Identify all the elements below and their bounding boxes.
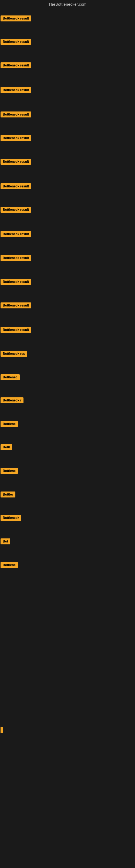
bottleneck-item-11[interactable]: Bottleneck result bbox=[1, 255, 31, 262]
bottleneck-item-5[interactable]: Bottleneck result bbox=[1, 112, 31, 119]
bottleneck-item-7[interactable]: Bottleneck result bbox=[1, 159, 31, 166]
small-indicator bbox=[1, 727, 3, 733]
bottleneck-item-15[interactable]: Bottleneck res bbox=[1, 351, 27, 358]
bottleneck-item-1[interactable]: Bottleneck result bbox=[1, 16, 31, 23]
site-title: TheBottlenecker.com bbox=[0, 0, 135, 8]
bottleneck-item-17[interactable]: Bottleneck r bbox=[1, 397, 24, 404]
bottleneck-item-19[interactable]: Bottl bbox=[1, 444, 12, 452]
bottleneck-badge-6: Bottleneck result bbox=[1, 135, 31, 141]
bottleneck-badge-15: Bottleneck res bbox=[1, 351, 27, 357]
bottleneck-badge-20: Bottlene bbox=[1, 468, 18, 474]
bottleneck-badge-2: Bottleneck result bbox=[1, 39, 31, 45]
bottleneck-badge-10: Bottleneck result bbox=[1, 231, 31, 237]
bottleneck-badge-24: Bottlene bbox=[1, 562, 18, 568]
bottleneck-badge-4: Bottleneck result bbox=[1, 87, 31, 93]
bottleneck-badge-21: Bottler bbox=[1, 492, 15, 497]
bottleneck-badge-11: Bottleneck result bbox=[1, 255, 31, 261]
bottleneck-badge-13: Bottleneck result bbox=[1, 303, 31, 308]
bottleneck-item-2[interactable]: Bottleneck result bbox=[1, 39, 31, 46]
bottleneck-item-9[interactable]: Bottleneck result bbox=[1, 207, 31, 214]
bottleneck-item-20[interactable]: Bottlene bbox=[1, 468, 18, 475]
bottleneck-badge-18: Bottlene bbox=[1, 421, 18, 427]
bottleneck-badge-3: Bottleneck result bbox=[1, 62, 31, 68]
bottleneck-item-16[interactable]: Bottlenec bbox=[1, 374, 20, 381]
bottleneck-item-23[interactable]: Bot bbox=[1, 538, 10, 546]
bottleneck-item-4[interactable]: Bottleneck result bbox=[1, 87, 31, 94]
bottleneck-badge-9: Bottleneck result bbox=[1, 207, 31, 213]
bottleneck-item-18[interactable]: Bottlene bbox=[1, 421, 18, 428]
bottleneck-item-8[interactable]: Bottleneck result bbox=[1, 183, 31, 190]
bottleneck-badge-22: Bottleneck bbox=[1, 515, 21, 521]
bottleneck-badge-8: Bottleneck result bbox=[1, 183, 31, 189]
bottleneck-item-14[interactable]: Bottleneck result bbox=[1, 327, 31, 334]
bottleneck-item-24[interactable]: Bottlene bbox=[1, 562, 18, 569]
bottleneck-badge-19: Bottl bbox=[1, 444, 12, 450]
bottleneck-item-6[interactable]: Bottleneck result bbox=[1, 135, 31, 142]
bottleneck-item-21[interactable]: Bottler bbox=[1, 492, 15, 499]
bottleneck-item-13[interactable]: Bottleneck result bbox=[1, 303, 31, 310]
bottleneck-badge-14: Bottleneck result bbox=[1, 327, 31, 333]
bottleneck-badge-7: Bottleneck result bbox=[1, 159, 31, 165]
bottleneck-badge-12: Bottleneck result bbox=[1, 279, 31, 285]
bottleneck-item-3[interactable]: Bottleneck result bbox=[1, 62, 31, 69]
page-wrapper: TheBottlenecker.com Bottleneck result Bo… bbox=[0, 0, 135, 868]
bottleneck-badge-5: Bottleneck result bbox=[1, 112, 31, 118]
bottleneck-badge-1: Bottleneck result bbox=[1, 16, 31, 22]
bottleneck-item-10[interactable]: Bottleneck result bbox=[1, 231, 31, 238]
bottleneck-item-22[interactable]: Bottleneck bbox=[1, 515, 21, 522]
bottleneck-badge-23: Bot bbox=[1, 538, 10, 545]
bottleneck-badge-16: Bottlenec bbox=[1, 374, 20, 380]
bottleneck-badge-17: Bottleneck r bbox=[1, 397, 24, 403]
bottleneck-item-12[interactable]: Bottleneck result bbox=[1, 279, 31, 286]
